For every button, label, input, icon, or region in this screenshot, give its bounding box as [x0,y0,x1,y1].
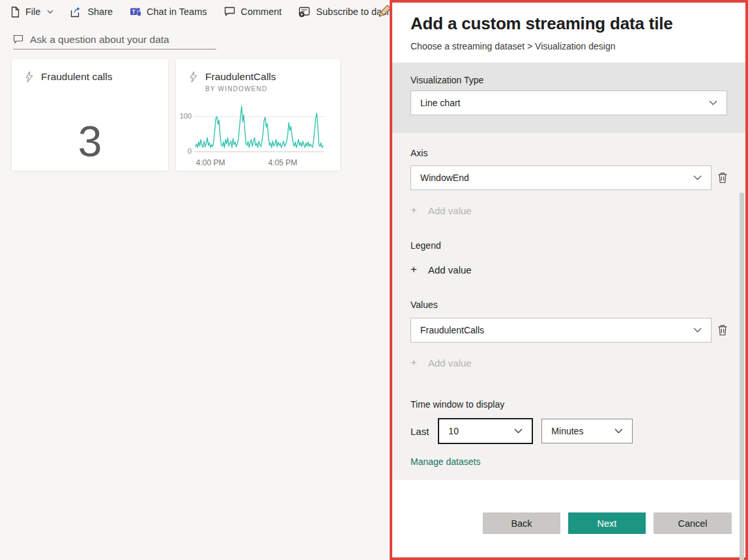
tile-title: Fraudulent calls [41,71,112,83]
time-unit-dropdown[interactable]: Minutes [541,419,633,443]
values-add-value-button: + Add value [410,357,745,369]
qna-input[interactable]: Ask a question about your data [13,30,216,49]
tile-card-value: 3 [12,110,168,173]
time-window-label: Time window to display [410,399,745,410]
chevron-down-icon [514,428,523,434]
breadcrumb: Choose a streaming dataset > Visualizati… [410,41,727,51]
plus-icon: + [410,263,417,276]
comment-label: Comment [241,7,282,17]
teams-icon: T [130,7,141,18]
chevron-down-icon [709,100,717,105]
file-icon [10,7,20,18]
time-amount-value: 10 [448,426,459,436]
chat-in-teams-button[interactable]: T Chat in Teams [130,7,207,18]
axis-label: Axis [410,148,745,158]
y-axis-tick-100: 100 [177,112,192,120]
manage-datasets-link[interactable]: Manage datasets [410,456,480,467]
panel-scrollbar[interactable] [740,193,744,560]
file-menu-label: File [25,7,40,17]
subscribe-icon [298,7,311,18]
last-label: Last [410,426,429,437]
chevron-down-icon [614,428,623,434]
time-unit-value: Minutes [551,426,583,436]
streaming-lightning-icon [25,71,34,83]
tile-title: FraudulentCalls [205,71,276,83]
legend-add-value-button[interactable]: + Add value [410,264,745,275]
x-axis-tick: 4:00 PM [196,158,225,167]
legend-add-value-label: Add value [428,264,472,275]
plus-icon: + [410,356,417,369]
chart-line [195,106,323,148]
values-value: FraudulentCalls [420,325,484,335]
x-axis-tick: 4:05 PM [268,158,298,167]
share-button[interactable]: Share [70,7,113,18]
y-axis-tick-0: 0 [177,147,192,155]
chevron-down-icon [693,175,702,180]
comment-icon [224,7,236,17]
visualization-design-section: Axis WindowEnd + Add value Legend + Add … [392,133,745,480]
share-label: Share [87,7,113,17]
streaming-line-chart: 100 0 4:00 PM 4:05 PM [176,98,340,171]
visualization-type-section: Visualization Type Line chart [392,63,745,133]
qna-bubble-icon [13,35,24,44]
qna-placeholder: Ask a question about your data [30,34,169,46]
plus-icon: + [410,204,417,217]
values-delete-button[interactable] [717,324,728,336]
back-button[interactable]: Back [483,512,560,534]
time-amount-dropdown[interactable]: 10 [438,418,533,444]
tile-fraudulentcalls-chart[interactable]: FraudulentCalls BY WINDOWEND 100 0 4:00 … [176,59,340,171]
tile-fraudulent-calls[interactable]: Fraudulent calls 3 [12,59,168,171]
next-button[interactable]: Next [568,512,646,534]
axis-dropdown[interactable]: WindowEnd [410,165,712,190]
chevron-down-icon [47,10,53,14]
chevron-down-icon [693,328,702,333]
cancel-button[interactable]: Cancel [654,512,732,534]
dashboard-toolbar: File Share T Chat in Teams [0,0,390,23]
axis-add-value-label: Add value [428,205,472,216]
tile-subtitle: BY WINDOWEND [205,85,276,92]
visualization-type-value: Line chart [420,98,460,108]
share-icon [70,7,82,18]
values-add-value-label: Add value [428,357,472,369]
axis-value: WindowEnd [420,173,469,183]
trash-icon [717,172,728,184]
comment-button[interactable]: Comment [224,7,282,17]
file-menu-button[interactable]: File [10,7,53,18]
streaming-lightning-icon [189,71,198,83]
trash-icon [717,324,728,336]
add-streaming-tile-panel: Add a custom streaming data tile Choose … [390,0,748,560]
axis-add-value-button: + Add value [410,204,745,216]
panel-title: Add a custom streaming data tile [410,14,727,34]
values-dropdown[interactable]: FraudulentCalls [410,318,712,343]
chat-in-teams-label: Chat in Teams [147,7,207,17]
axis-delete-button[interactable] [717,172,728,184]
svg-text:T: T [132,8,136,14]
visualization-type-dropdown[interactable]: Line chart [410,91,727,115]
legend-label: Legend [410,240,745,251]
panel-footer: Back Next Cancel [392,480,745,557]
values-label: Values [410,300,745,310]
visualization-type-label: Visualization Type [410,75,745,85]
